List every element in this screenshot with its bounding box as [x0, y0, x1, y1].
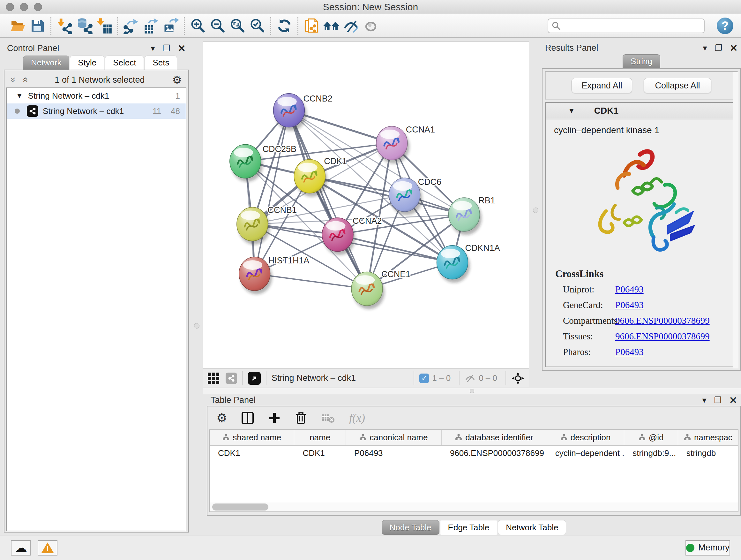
import-network-file-button[interactable]: [55, 16, 74, 36]
pharos-link[interactable]: P06493: [615, 347, 644, 357]
collapse-all-networks-icon[interactable]: »: [9, 77, 18, 83]
column-header-name[interactable]: name: [294, 430, 346, 445]
refresh-view-button[interactable]: [274, 16, 294, 36]
expand-all-networks-icon[interactable]: »: [20, 77, 29, 83]
control-panel-maximize-button[interactable]: ❐: [163, 44, 170, 53]
zoom-in-button[interactable]: [188, 16, 208, 36]
hide-selected-button[interactable]: [341, 16, 361, 36]
tissues-link[interactable]: 9606.ENSP00000378699: [615, 331, 710, 341]
tab-sets[interactable]: Sets: [145, 56, 177, 70]
gene-section-header[interactable]: ▼ CDK1: [546, 103, 737, 119]
right-splitter-handle[interactable]: [533, 207, 538, 213]
export-image-button[interactable]: [161, 16, 181, 36]
tab-style[interactable]: Style: [70, 56, 105, 70]
delete-table-icon-disabled: [321, 413, 335, 423]
show-all-button[interactable]: [361, 16, 381, 36]
toolbar-search[interactable]: [548, 18, 704, 33]
control-panel-float-button[interactable]: ▾: [151, 44, 155, 53]
results-panel-maximize-button[interactable]: ❐: [715, 43, 722, 53]
gene-collapse-arrow-icon[interactable]: ▼: [568, 107, 575, 115]
results-panel: Results Panel ▾ ❐ ✕ String Expand All Co…: [542, 42, 741, 374]
collapse-all-button[interactable]: Collapse All: [644, 78, 711, 93]
column-header-at-id[interactable]: @id: [624, 430, 678, 445]
left-splitter-handle[interactable]: [194, 323, 199, 328]
left-splitter[interactable]: [191, 42, 202, 533]
network-overview-icon[interactable]: [226, 373, 237, 384]
cell-at-id[interactable]: stringdb:9...: [624, 446, 678, 460]
import-table-file-button[interactable]: [94, 16, 114, 36]
memory-button[interactable]: Memory: [685, 540, 730, 556]
results-panel-float-button[interactable]: ▾: [703, 43, 707, 53]
table-horizontal-scrollbar[interactable]: [210, 502, 738, 511]
save-session-button[interactable]: [27, 16, 47, 36]
tab-edge-table[interactable]: Edge Table: [440, 520, 497, 535]
control-panel-close-button[interactable]: ✕: [178, 43, 186, 54]
svg-text:CDC25B: CDC25B: [263, 144, 296, 154]
network-collection-row[interactable]: ▼ String Network – cdk1 1: [7, 88, 186, 104]
svg-text:CDKN1A: CDKN1A: [465, 243, 500, 253]
table-panel-maximize-button[interactable]: ❐: [714, 395, 722, 405]
genecard-link[interactable]: P06493: [615, 300, 644, 310]
compartments-link[interactable]: 9606.ENSP00000378699: [615, 315, 710, 326]
cell-name[interactable]: CDK1: [294, 446, 346, 460]
selected-items-checkbox-icon[interactable]: ✓: [419, 374, 429, 383]
results-scrollbar[interactable]: [733, 72, 738, 368]
cell-namespace[interactable]: stringdb: [678, 446, 738, 460]
expand-all-button[interactable]: Expand All: [571, 78, 632, 93]
uniprot-link[interactable]: P06493: [615, 284, 644, 295]
network-canvas[interactable]: CCNB2CCNA1CDC25BCDK1CDC6RB1CCNB1CCNA2CDK…: [203, 42, 529, 369]
tab-node-table[interactable]: Node Table: [382, 520, 440, 535]
add-column-icon[interactable]: [268, 412, 281, 424]
warnings-button[interactable]: !: [38, 540, 57, 556]
horizontal-splitter-handle[interactable]: [470, 389, 474, 393]
cell-shared-name[interactable]: CDK1: [210, 446, 294, 460]
zoom-selected-button[interactable]: [247, 16, 267, 36]
string-network-graph[interactable]: CCNB2CCNA1CDC25BCDK1CDC6RB1CCNB1CCNA2CDK…: [203, 42, 529, 368]
column-header-namespace[interactable]: namespac: [678, 430, 738, 445]
export-table-button[interactable]: [141, 16, 161, 36]
cloud-status-button[interactable]: ☁: [11, 540, 30, 556]
tab-network[interactable]: Network: [23, 56, 69, 70]
column-header-database-identifier[interactable]: database identifier: [442, 430, 547, 445]
table-scrollbar-thumb[interactable]: [212, 503, 268, 510]
table-panel-float-button[interactable]: ▾: [702, 395, 706, 405]
help-button[interactable]: ?: [717, 17, 733, 34]
cell-description[interactable]: cyclin–dependent ...: [547, 446, 624, 460]
table-panel: Table Panel ▾ ❐ ✕ ⚙: [207, 394, 741, 535]
svg-text:CCNB1: CCNB1: [268, 205, 297, 215]
tab-select[interactable]: Select: [105, 56, 144, 70]
table-options-gear-icon[interactable]: ⚙: [216, 411, 227, 425]
crosslinks-title: CrossLinks: [555, 268, 728, 280]
results-panel-close-button[interactable]: ✕: [730, 43, 738, 54]
column-header-shared-name[interactable]: shared name: [210, 430, 294, 445]
table-row[interactable]: CDK1 CDK1 P06493 9606.ENSP00000378699 cy…: [210, 446, 738, 460]
import-network-database-button[interactable]: [74, 16, 94, 36]
tab-network-table[interactable]: Network Table: [498, 520, 566, 535]
table-panel-close-button[interactable]: ✕: [729, 395, 737, 406]
cell-canonical-name[interactable]: P06493: [346, 446, 442, 460]
zoom-out-button[interactable]: [208, 16, 227, 36]
string-protein-query-button[interactable]: [301, 16, 321, 36]
column-header-canonical-name[interactable]: canonical name: [346, 430, 442, 445]
grid-view-icon[interactable]: [207, 372, 220, 385]
search-input[interactable]: [561, 21, 695, 30]
toolbar-separator: [51, 17, 51, 35]
network-options-gear-icon[interactable]: ⚙: [172, 73, 182, 86]
cell-database-identifier[interactable]: 9606.ENSP00000378699: [442, 446, 547, 460]
open-folder-icon: [9, 18, 26, 34]
birds-eye-view-icon[interactable]: [511, 372, 525, 385]
delete-trash-icon[interactable]: [295, 411, 307, 425]
network-row[interactable]: String Network – cdk1 11 48: [7, 104, 186, 119]
detach-view-icon[interactable]: [248, 372, 261, 385]
collection-expand-arrow-icon[interactable]: ▼: [16, 91, 23, 100]
tab-string-results[interactable]: String: [623, 54, 660, 68]
show-columns-icon[interactable]: [241, 412, 254, 424]
hidden-items-eye-slash-icon[interactable]: [465, 374, 475, 383]
export-network-button[interactable]: [121, 16, 141, 36]
horizontal-splitter[interactable]: [203, 388, 741, 394]
right-splitter[interactable]: [529, 42, 542, 369]
open-session-button[interactable]: [8, 16, 27, 36]
zoom-fit-button[interactable]: [227, 16, 247, 36]
change-host-network-button[interactable]: [321, 16, 341, 36]
column-header-description[interactable]: description: [547, 430, 624, 445]
